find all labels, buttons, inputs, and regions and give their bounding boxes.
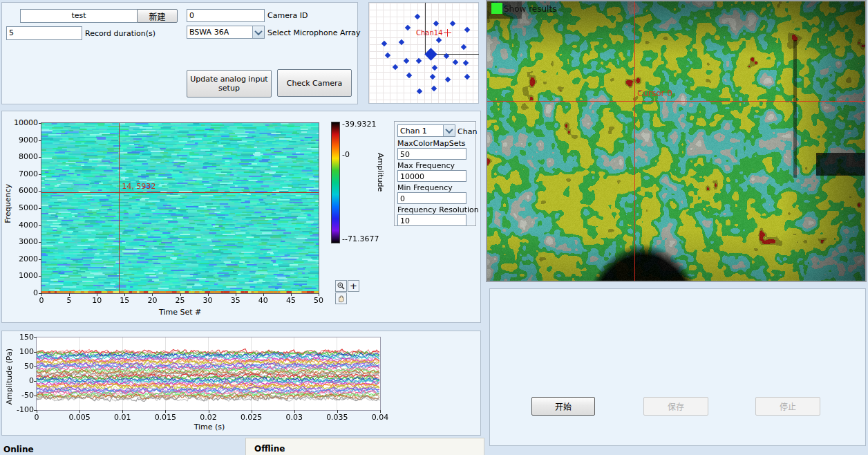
waveform-panel: Amplitude (Pa) Time (s) 150100500-50-100… [1, 331, 481, 436]
waveform-xlabel: Time (s) [189, 423, 230, 431]
spectrogram-xlabel: Time Set # [159, 308, 200, 317]
x-tick-label: 45 [281, 296, 301, 305]
max-frequency-input[interactable]: 10000 [397, 170, 466, 182]
x-tick-label: 40 [253, 296, 274, 305]
x-tick-label: 0 [23, 413, 50, 422]
check-camera-button[interactable]: Check Camera [277, 69, 352, 97]
mic-cursor-label: Chan14 [416, 29, 443, 37]
y-tick-label: 150 [8, 333, 34, 342]
x-tick-label: 25 [170, 296, 191, 305]
y-tick-label: 3000 [10, 237, 38, 246]
x-tick-label: 35 [225, 296, 246, 305]
record-duration-label: Record duration(s) [85, 29, 155, 38]
camera-overlay-image[interactable] [487, 1, 865, 281]
camera-cursor-label: Cursor 0 [637, 89, 672, 98]
pan-tool-button[interactable] [335, 292, 347, 304]
spectrogram-image[interactable] [41, 123, 319, 293]
mic-point [415, 14, 420, 19]
camera-view-panel: Cursor 0 Show results [486, 0, 867, 282]
mic-plot-axis-v [425, 3, 426, 54]
mic-point [431, 86, 437, 91]
x-tick-label: 0.025 [238, 413, 265, 422]
spectrogram-cursor-hline[interactable] [41, 192, 319, 193]
mic-point [416, 58, 422, 64]
save-button[interactable]: 保存 [643, 397, 708, 416]
colorbar-min-label: --71.3677 [342, 234, 379, 243]
stop-button[interactable]: 停止 [755, 397, 820, 416]
setup-panel: test 新建 5 Record duration(s) 0 Camera ID… [1, 2, 358, 104]
y-tick-label: 100 [8, 347, 34, 356]
hand-icon [337, 294, 346, 303]
record-duration-input[interactable]: 5 [6, 26, 82, 40]
colorbar-title: Amplitude [376, 153, 385, 192]
mic-array-select[interactable]: BSWA 36A [187, 26, 265, 39]
mic-point [385, 53, 390, 58]
y-tick-label: 2000 [10, 254, 38, 263]
plus-cursor-icon: + [350, 281, 357, 291]
mic-point [464, 74, 470, 80]
mic-point [430, 74, 435, 80]
max-frequency-label: Max Frequency [397, 161, 455, 170]
min-frequency-input[interactable]: 0 [397, 192, 466, 204]
frequency-resolution-label: Frequency Resolution [397, 205, 479, 214]
x-tick-label: 0.035 [323, 413, 351, 422]
mic-point [432, 65, 437, 71]
y-tick-label: 4000 [10, 221, 38, 230]
y-tick-label: -50 [8, 391, 34, 400]
x-tick-label: 10 [86, 296, 107, 305]
waveform-chart-image[interactable] [37, 337, 380, 410]
channel-select[interactable]: Chan 1 [397, 124, 455, 137]
y-tick-label: 9000 [10, 136, 38, 145]
show-results-checkbox[interactable] [491, 3, 502, 14]
x-tick-label: 0.04 [366, 413, 394, 422]
cursor-move-tool-button[interactable]: + [348, 280, 359, 292]
frequency-resolution-input[interactable]: 10 [397, 214, 466, 226]
offline-status-label: Offline [254, 444, 285, 454]
spectrogram-cursor-label: 14, 5932 [122, 182, 155, 191]
mic-array-value: BSWA 36A [187, 26, 252, 38]
spectrogram-cursor-vline[interactable] [119, 123, 120, 293]
y-tick-label: 50 [8, 362, 34, 371]
y-tick-label: 5000 [10, 203, 38, 212]
mic-point [461, 44, 466, 50]
mic-point [399, 39, 404, 45]
x-tick-label: 0 [31, 296, 52, 305]
mic-point [405, 25, 411, 30]
update-analog-input-button[interactable]: Update analog input setup [187, 70, 272, 98]
mic-cursor-cross[interactable] [447, 29, 448, 37]
y-tick-label: 8000 [10, 152, 38, 161]
offline-status-box: Offline [245, 438, 484, 455]
y-tick-label: 10000 [10, 118, 38, 127]
zoom-tool-button[interactable] [335, 280, 347, 292]
mic-point [445, 77, 451, 82]
x-tick-label: 0.03 [281, 413, 308, 422]
new-button[interactable]: 新建 [137, 9, 178, 23]
online-status-label: Online [3, 445, 34, 454]
chevron-down-icon[interactable] [252, 26, 264, 38]
test-name-input[interactable]: test [20, 9, 138, 23]
spectrogram-panel: Frequency Time Set # 14, 5932 -39.9321 -… [1, 111, 481, 323]
chevron-down-icon[interactable] [443, 125, 455, 136]
x-tick-label: 5 [59, 296, 79, 305]
x-tick-label: 0.005 [66, 413, 93, 422]
x-tick-label: 0.02 [195, 413, 223, 422]
spectrogram-controls-panel: Chan 1 Chan MaxColorMapSets 50 Max Frequ… [394, 121, 476, 226]
colorbar-max-label: -39.9321 [342, 120, 376, 129]
x-tick-label: 0.015 [151, 413, 179, 422]
camera-id-input[interactable]: 0 [187, 9, 265, 22]
mic-point [464, 27, 470, 32]
x-tick-label: 20 [142, 296, 162, 305]
max-colormap-sets-input[interactable]: 50 [397, 148, 466, 160]
mic-point [406, 73, 412, 78]
min-frequency-label: Min Frequency [397, 183, 453, 192]
amplitude-colorbar [331, 122, 340, 243]
mic-point [453, 59, 458, 65]
mic-array-plot[interactable]: Chan14 [368, 2, 479, 104]
x-tick-label: 30 [198, 296, 218, 305]
start-button[interactable]: 开始 [531, 397, 595, 416]
channel-value: Chan 1 [398, 125, 443, 137]
x-tick-label: 15 [114, 296, 135, 305]
camera-cursor-vline[interactable] [634, 1, 635, 281]
mic-point [436, 37, 442, 43]
camera-cursor-hline[interactable] [487, 101, 865, 102]
